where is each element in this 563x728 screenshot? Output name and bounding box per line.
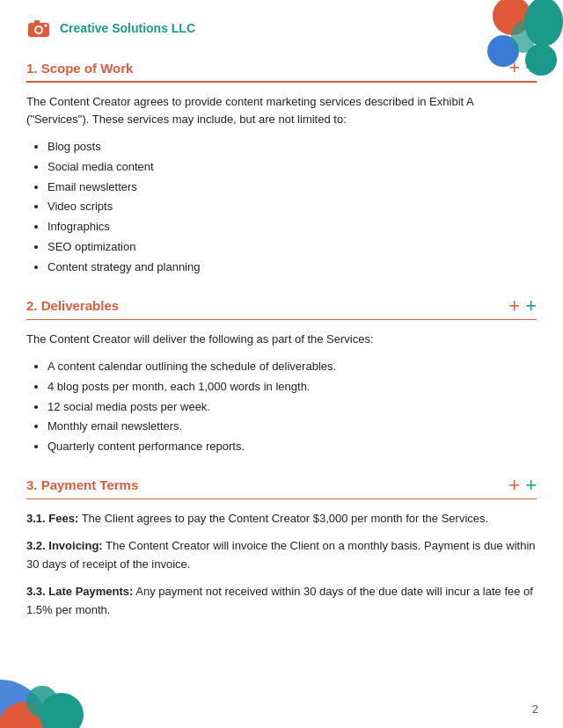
section-payment-plus: + +: [508, 476, 537, 495]
company-name: Creative Solutions LLC: [60, 21, 195, 35]
list-item: Infographics: [48, 218, 537, 237]
payment-text-2: The Content Creator will invoice the Cli…: [26, 539, 536, 571]
plus-red-icon: +: [508, 296, 520, 316]
plus-red-icon: +: [508, 476, 520, 495]
section-scope-divider: [26, 81, 537, 83]
section-payment-divider: [26, 499, 537, 500]
list-item: 12 social media posts per week.: [48, 398, 537, 417]
list-item: Social media content: [48, 158, 537, 177]
svg-point-7: [36, 27, 41, 33]
section-deliverables-list: A content calendar outlining the schedul…: [26, 358, 537, 456]
page-number: 2: [532, 703, 538, 716]
section-scope-list: Blog posts Social media content Email ne…: [26, 138, 537, 277]
list-item: 4 blog posts per month, each 1,000 words…: [48, 378, 537, 397]
list-item: SEO optimization: [48, 238, 537, 257]
section-scope-intro: The Content Creator agrees to provide co…: [26, 93, 537, 130]
list-item: Monthly email newsletters.: [48, 418, 537, 436]
payment-label-1: 3.1. Fees:: [26, 512, 78, 525]
list-item: Video scripts: [48, 198, 537, 216]
page: Creative Solutions LLC 1. Scope of Work …: [0, 0, 563, 728]
logo-icon: [26, 16, 51, 40]
section-deliverables-divider: [26, 319, 537, 321]
svg-point-13: [26, 686, 58, 717]
list-item: A content calendar outlining the schedul…: [48, 358, 537, 376]
main-content: 1. Scope of Work + + The Content Creator…: [0, 49, 563, 691]
section-scope-title: 1. Scope of Work: [26, 61, 133, 76]
list-item: Blog posts: [48, 138, 537, 157]
payment-label-2: 3.2. Invoicing:: [26, 539, 103, 552]
list-item: Quarterly content performance reports.: [48, 438, 537, 456]
section-deliverables-intro: The Content Creator will deliver the fol…: [26, 331, 537, 349]
list-item: Content strategy and planning: [48, 258, 537, 277]
section-scope: 1. Scope of Work + + The Content Creator…: [26, 58, 537, 277]
header: Creative Solutions LLC: [0, 0, 563, 49]
payment-text-1: The Client agrees to pay the Content Cre…: [78, 512, 488, 525]
section-deliverables-header: 2. Deliverables + +: [26, 296, 537, 316]
svg-rect-8: [34, 20, 40, 24]
svg-point-9: [45, 25, 48, 27]
section-deliverables-title: 2. Deliverables: [26, 298, 119, 313]
section-payment-p1: 3.1. Fees: The Client agrees to pay the …: [26, 510, 537, 528]
section-payment-p3: 3.3. Late Payments: Any payment not rece…: [26, 583, 537, 620]
section-deliverables-plus: + +: [508, 296, 537, 316]
plus-teal-icon: +: [525, 296, 537, 316]
section-payment-p2: 3.2. Invoicing: The Content Creator will…: [26, 537, 537, 574]
bottom-left-decoration: [0, 649, 114, 728]
section-payment-header: 3. Payment Terms + +: [26, 476, 537, 495]
section-deliverables: 2. Deliverables + + The Content Creator …: [26, 296, 537, 456]
list-item: Email newsletters: [48, 178, 537, 197]
plus-teal-icon: +: [525, 476, 537, 495]
section-payment: 3. Payment Terms + + 3.1. Fees: The Clie…: [26, 476, 537, 619]
payment-label-3: 3.3. Late Payments:: [26, 585, 133, 598]
section-payment-title: 3. Payment Terms: [26, 477, 138, 492]
